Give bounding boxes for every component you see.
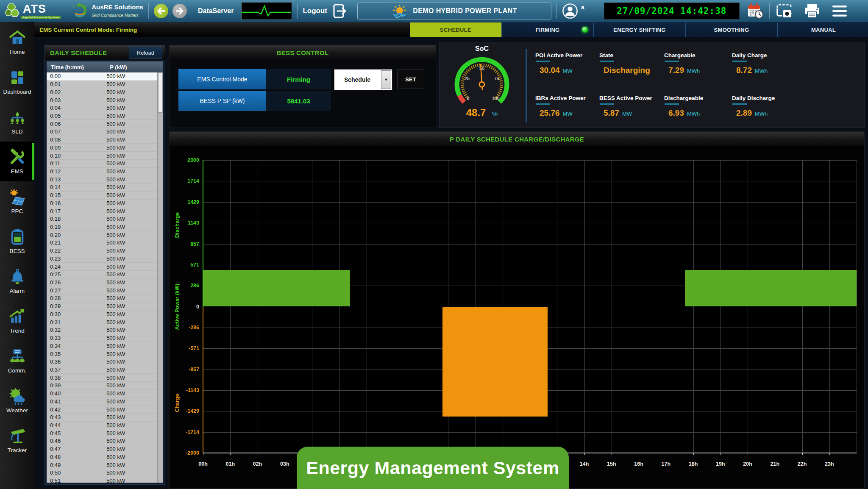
table-row[interactable]: 0:09500 kW — [47, 144, 158, 152]
print-icon[interactable] — [803, 3, 821, 19]
table-row[interactable]: 0:22500 kW — [47, 247, 158, 255]
discharge-bar — [685, 270, 857, 306]
tab-manual[interactable]: MANUAL — [777, 22, 868, 37]
table-row[interactable]: 0:05500 kW — [47, 112, 158, 120]
table-row[interactable]: 0:47500 kW — [47, 445, 158, 453]
table-row[interactable]: 0:36500 kW — [47, 358, 158, 366]
sidebar-item-ppc[interactable]: PPC — [0, 181, 34, 221]
sidebar-item-alarm[interactable]: Alarm — [0, 261, 34, 301]
sidebar-item-bess[interactable]: BESS — [0, 221, 34, 261]
table-row[interactable]: 0:43500 kW — [47, 414, 158, 422]
menu-icon[interactable] — [832, 5, 848, 17]
table-row[interactable]: 0:19500 kW — [47, 223, 158, 231]
back-button[interactable] — [154, 4, 168, 18]
scrollbar-thumb[interactable] — [158, 73, 163, 113]
table-row[interactable]: 0:33500 kW — [47, 334, 158, 342]
user-icon[interactable] — [562, 3, 578, 19]
sidebar-item-sld[interactable]: SLD — [0, 102, 34, 142]
table-row[interactable]: 0:30500 kW — [47, 311, 158, 319]
cell-time: 0:17 — [47, 208, 102, 214]
logout-button[interactable]: Logout — [303, 7, 327, 15]
table-row[interactable]: 0:50500 kW — [47, 469, 158, 477]
set-button[interactable]: SET — [397, 69, 424, 89]
sidebar-item-dashboard[interactable]: Dashboard — [0, 62, 34, 102]
table-row[interactable]: 0:20500 kW — [47, 231, 158, 239]
table-row[interactable]: 0:44500 kW — [47, 422, 158, 430]
table-row[interactable]: 0:29500 kW — [47, 303, 158, 311]
control-mode-select[interactable]: Schedule ▼ — [334, 69, 392, 90]
cell-power: 500 kW — [102, 105, 125, 111]
stat-underline — [665, 61, 679, 62]
tab-energy-shifting[interactable]: ENERGY SHIFTING — [593, 22, 685, 37]
stat-value: 2.89MWh — [732, 108, 862, 118]
table-row[interactable]: 0:17500 kW — [47, 207, 158, 215]
tab-schedule[interactable]: SCHEDULE — [410, 22, 501, 37]
table-row[interactable]: 0:32500 kW — [47, 326, 158, 334]
table-row[interactable]: 0:23500 kW — [47, 255, 158, 263]
table-row[interactable]: 0:16500 kW — [47, 200, 158, 208]
table-row[interactable]: 0:37500 kW — [47, 366, 158, 374]
stat-label: Dischargeable — [664, 95, 732, 101]
table-row[interactable]: 0:40500 kW — [47, 390, 158, 398]
table-row[interactable]: 0:00500 kW — [47, 72, 158, 81]
sidebar-item-trend[interactable]: Trend — [0, 301, 34, 341]
table-row[interactable]: 0:45500 kW — [47, 429, 158, 437]
table-row[interactable]: 0:42500 kW — [47, 406, 158, 414]
table-row[interactable]: 0:39500 kW — [47, 382, 158, 390]
table-row[interactable]: 0:07500 kW — [47, 128, 158, 136]
table-row[interactable]: 0:48500 kW — [47, 453, 158, 461]
cell-power: 500 kW — [102, 176, 125, 183]
table-row[interactable]: 0:27500 kW — [47, 286, 158, 295]
plant-selector[interactable]: DEMO HYBRID POWER PLANT — [357, 3, 551, 19]
sidebar-item-weather[interactable]: Weather — [0, 381, 34, 420]
table-row[interactable]: 0:46500 kW — [47, 437, 158, 445]
table-row[interactable]: 0:49500 kW — [47, 461, 158, 469]
cell-power: 500 kW — [102, 224, 125, 230]
table-row[interactable]: 0:10500 kW — [47, 152, 158, 160]
sidebar-item-ems[interactable]: EMS — [0, 142, 34, 181]
table-row[interactable]: 0:01500 kW — [47, 81, 158, 89]
table-row[interactable]: 0:15500 kW — [47, 192, 158, 200]
cell-time: 0:34 — [47, 343, 102, 349]
sidebar-item-home[interactable]: Home — [0, 22, 34, 62]
table-row[interactable]: 0:21500 kW — [47, 239, 158, 247]
cell-power: 500 kW — [102, 89, 125, 95]
tab-smoothing[interactable]: SMOOTHING — [685, 22, 777, 37]
table-row[interactable]: 0:51500 kW — [47, 477, 158, 483]
stat-underline — [665, 103, 679, 105]
gridline — [203, 265, 857, 265]
sidebar-item-comm[interactable]: Comm. — [0, 341, 34, 381]
calendar-clock-icon[interactable] — [746, 2, 764, 20]
table-row[interactable]: 0:28500 kW — [47, 295, 158, 303]
table-row[interactable]: 0:14500 kW — [47, 183, 158, 192]
sidebar-item-tracker[interactable]: Tracker — [0, 420, 34, 460]
cell-power: 500 kW — [102, 478, 125, 483]
table-row[interactable]: 0:03500 kW — [47, 96, 158, 104]
table-row[interactable]: 0:35500 kW — [47, 350, 158, 358]
table-row[interactable]: 0:41500 kW — [47, 397, 158, 406]
cell-time: 0:37 — [47, 367, 102, 373]
table-row[interactable]: 0:26500 kW — [47, 279, 158, 287]
screenshot-icon[interactable] — [775, 3, 793, 19]
table-row[interactable]: 0:13500 kW — [47, 175, 158, 183]
table-row[interactable]: 0:34500 kW — [47, 342, 158, 350]
tab-firming[interactable]: FIRMING — [501, 22, 593, 37]
table-row[interactable]: 0:38500 kW — [47, 374, 158, 382]
cell-time: 0:33 — [47, 335, 102, 341]
table-row[interactable]: 0:24500 kW — [47, 263, 158, 271]
table-row[interactable]: 0:12500 kW — [47, 168, 158, 176]
table-scrollbar[interactable] — [157, 72, 163, 483]
table-row[interactable]: 0:04500 kW — [47, 104, 158, 112]
table-row[interactable]: 0:11500 kW — [47, 160, 158, 168]
reload-button[interactable]: Reload — [129, 47, 162, 58]
forward-button[interactable] — [172, 4, 187, 18]
chevron-down-icon[interactable]: ▼ — [381, 70, 391, 89]
table-row[interactable]: 0:18500 kW — [47, 215, 158, 223]
stat-underline — [536, 103, 550, 105]
logout-icon[interactable] — [332, 3, 347, 19]
table-row[interactable]: 0:31500 kW — [47, 318, 158, 326]
table-row[interactable]: 0:08500 kW — [47, 136, 158, 144]
table-row[interactable]: 0:25500 kW — [47, 271, 158, 279]
table-row[interactable]: 0:06500 kW — [47, 120, 158, 128]
table-row[interactable]: 0:02500 kW — [47, 88, 158, 96]
